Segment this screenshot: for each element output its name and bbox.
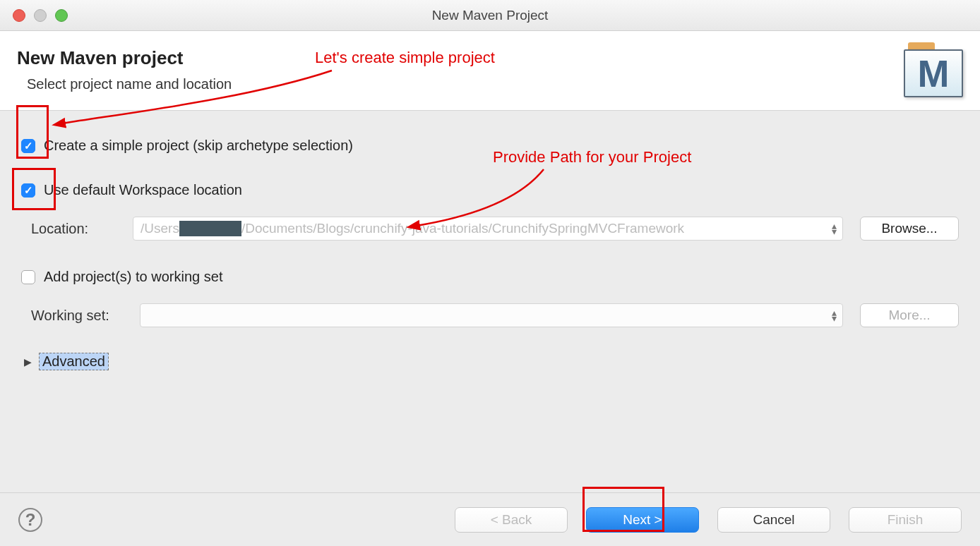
working-set-combo[interactable]: ▴▾ — [140, 303, 843, 327]
annotation-simple: Let's create simple project — [315, 49, 495, 67]
annotation-box-checkbox1 — [16, 105, 49, 159]
titlebar: New Maven Project — [0, 0, 980, 31]
annotation-box-checkbox2 — [12, 168, 56, 210]
default-workspace-row: Use default Workspace location — [21, 182, 959, 198]
back-button: < Back — [455, 507, 568, 533]
maven-icon: M — [904, 42, 963, 97]
location-label: Location: — [31, 221, 116, 237]
location-row: Location: /Users/Documents/Blogs/crunchi… — [31, 217, 959, 241]
page-subtitle: Select project name and location — [27, 76, 904, 92]
working-set-label: Working set: — [31, 308, 123, 324]
advanced-disclosure[interactable]: ▶ Advanced — [24, 353, 959, 370]
finish-button: Finish — [849, 507, 962, 533]
more-button: More... — [860, 303, 959, 327]
location-combo[interactable]: /Users/Documents/Blogs/crunchify-java-tu… — [133, 217, 843, 241]
default-workspace-label: Use default Workspace location — [44, 182, 242, 198]
redacted-segment — [179, 221, 241, 236]
help-icon[interactable]: ? — [18, 508, 42, 532]
wizard-header: New Maven project Select project name an… — [0, 31, 980, 111]
working-set-row: Working set: ▴▾ More... — [31, 303, 959, 327]
combo-arrows-icon[interactable]: ▴▾ — [832, 223, 837, 234]
chevron-right-icon: ▶ — [24, 356, 32, 368]
simple-project-label: Create a simple project (skip archetype … — [44, 138, 353, 154]
window-title: New Maven Project — [0, 8, 980, 23]
combo-arrows-icon[interactable]: ▴▾ — [832, 310, 837, 321]
add-working-set-row: Add project(s) to working set — [21, 269, 959, 285]
annotation-path: Provide Path for your Project — [493, 148, 691, 166]
advanced-label: Advanced — [39, 353, 109, 370]
cancel-button[interactable]: Cancel — [717, 507, 830, 533]
location-path: /Users/Documents/Blogs/crunchify-java-tu… — [133, 221, 691, 237]
wizard-footer: ? < Back Next > Cancel Finish — [0, 492, 980, 546]
wizard-body: Create a simple project (skip archetype … — [0, 111, 980, 541]
add-working-set-label: Add project(s) to working set — [44, 269, 222, 285]
simple-project-row: Create a simple project (skip archetype … — [21, 138, 959, 154]
annotation-box-next — [582, 487, 664, 532]
add-working-set-checkbox[interactable] — [21, 270, 35, 284]
browse-button[interactable]: Browse... — [860, 217, 959, 241]
